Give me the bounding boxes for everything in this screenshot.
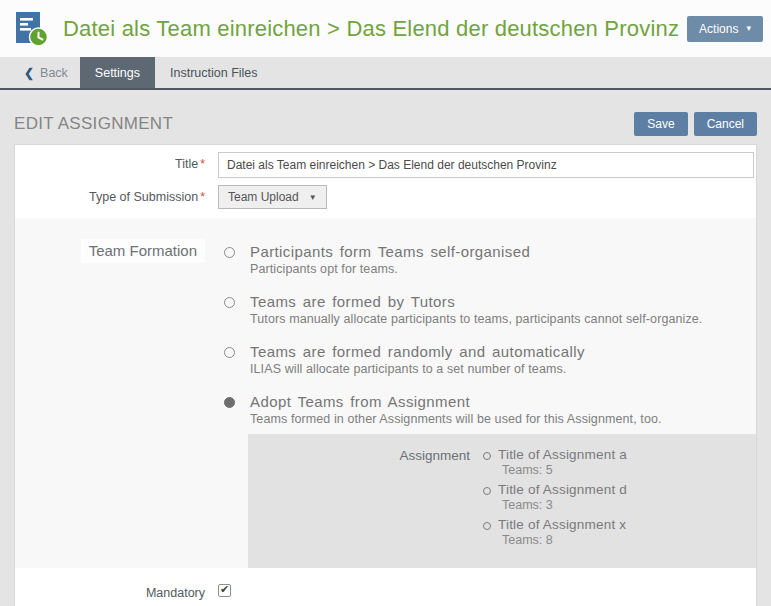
required-asterisk: * bbox=[200, 157, 205, 171]
chevron-left-icon: ❮ bbox=[24, 66, 34, 80]
assignment-label: Assignment bbox=[248, 447, 483, 552]
tab-bar: ❮ Back Settings Instruction Files bbox=[0, 57, 771, 90]
title-field-row: Title* bbox=[15, 152, 756, 178]
mandatory-checkbox[interactable] bbox=[218, 584, 231, 597]
type-of-submission-select[interactable]: Team Upload ▼ bbox=[218, 185, 327, 209]
assignment-subsection: Assignment Title of Assignment a Teams: … bbox=[248, 434, 756, 568]
tab-instruction-files-label: Instruction Files bbox=[170, 66, 258, 80]
mandatory-label: Mandatory bbox=[15, 581, 218, 600]
assignment-option-x[interactable]: Title of Assignment x Teams: 8 bbox=[483, 517, 756, 549]
type-of-submission-value: Team Upload bbox=[228, 190, 299, 204]
radio-button-selected[interactable] bbox=[224, 397, 235, 408]
type-of-submission-label: Type of Submission* bbox=[15, 185, 218, 204]
assignment-option-d[interactable]: Title of Assignment d Teams: 3 bbox=[483, 482, 756, 514]
team-formation-option-adopt[interactable]: Adopt Teams from Assignment Teams formed… bbox=[218, 393, 752, 426]
form-heading: EDIT ASSIGNMENT bbox=[14, 114, 628, 134]
team-formation-option-tutors[interactable]: Teams are formed by Tutors Tutors manual… bbox=[218, 293, 752, 326]
save-button[interactable]: Save bbox=[634, 112, 687, 136]
actions-button-label: Actions bbox=[699, 22, 738, 36]
teams-count: Teams: 5 bbox=[502, 463, 627, 477]
back-link[interactable]: ❮ Back bbox=[24, 57, 80, 88]
cancel-button[interactable]: Cancel bbox=[694, 112, 757, 136]
assignment-option-a[interactable]: Title of Assignment a Teams: 5 bbox=[483, 447, 756, 479]
page-title: Datei als Team einreichen > Das Elend de… bbox=[63, 16, 687, 42]
back-link-label: Back bbox=[40, 66, 68, 80]
edit-assignment-form: Title* Type of Submission* Team Upload ▼… bbox=[14, 144, 757, 606]
required-asterisk: * bbox=[200, 190, 205, 204]
team-formation-option-self-organised[interactable]: Participants form Teams self-organised P… bbox=[218, 243, 752, 276]
radio-button[interactable] bbox=[483, 487, 491, 495]
actions-button[interactable]: Actions ▾ bbox=[687, 16, 763, 42]
mandatory-row: Mandatory Mandatory assignments must be … bbox=[15, 581, 756, 606]
radio-button[interactable] bbox=[224, 347, 235, 358]
teams-count: Teams: 3 bbox=[502, 498, 627, 512]
radio-button[interactable] bbox=[483, 452, 491, 460]
form-toolbar: EDIT ASSIGNMENT Save Cancel bbox=[0, 90, 771, 144]
title-input[interactable] bbox=[218, 152, 754, 178]
chevron-down-icon: ▾ bbox=[746, 24, 751, 33]
tab-settings-label: Settings bbox=[95, 66, 140, 80]
team-formation-label: Team Formation bbox=[81, 239, 205, 263]
type-of-submission-row: Type of Submission* Team Upload ▼ bbox=[15, 185, 756, 209]
chevron-down-icon: ▼ bbox=[309, 193, 317, 202]
page-header: Datei als Team einreichen > Das Elend de… bbox=[0, 0, 771, 57]
tab-settings[interactable]: Settings bbox=[80, 57, 155, 88]
radio-button[interactable] bbox=[224, 247, 235, 258]
radio-button[interactable] bbox=[483, 522, 491, 530]
team-formation-option-random[interactable]: Teams are formed randomly and automatica… bbox=[218, 343, 752, 376]
assignment-clock-icon bbox=[14, 11, 48, 47]
title-field-label: Title* bbox=[15, 152, 218, 171]
tab-instruction-files[interactable]: Instruction Files bbox=[155, 57, 273, 88]
radio-button[interactable] bbox=[224, 297, 235, 308]
team-formation-section: Team Formation Participants form Teams s… bbox=[15, 218, 756, 568]
teams-count: Teams: 8 bbox=[502, 533, 626, 547]
